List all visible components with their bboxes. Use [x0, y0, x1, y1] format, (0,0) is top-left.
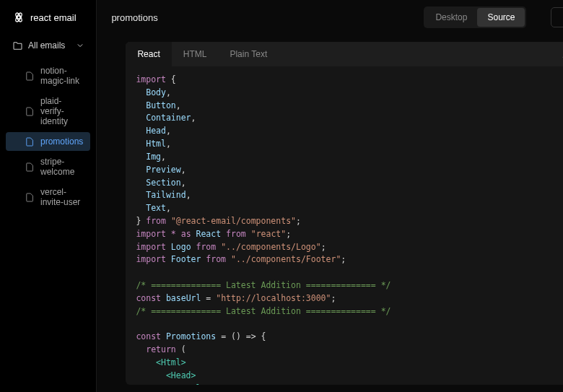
- all-emails-toggle[interactable]: All emails: [0, 35, 96, 56]
- sidebar-item-vercel-invite-user[interactable]: vercel-invite-user: [6, 183, 90, 212]
- file-icon: [26, 137, 34, 147]
- content: React HTML Plain Text import { Body, But…: [97, 35, 563, 392]
- view-tab-desktop[interactable]: Desktop: [425, 8, 477, 27]
- sidebar-item-promotions[interactable]: promotions: [6, 132, 90, 151]
- sidebar-item-label: promotions: [40, 136, 83, 147]
- code-editor[interactable]: import { Body, Button, Container, Head, …: [126, 66, 563, 385]
- view-toggle: Desktop Source: [424, 6, 526, 28]
- kw-import: import: [136, 74, 166, 84]
- sidebar-item-stripe-welcome[interactable]: stripe-welcome: [6, 152, 90, 181]
- file-icon: [26, 193, 34, 202]
- sidebar-item-label: vercel-invite-user: [40, 187, 83, 207]
- folder-icon: [13, 42, 22, 50]
- breadcrumb: promotions: [111, 12, 157, 23]
- topbar: promotions Desktop Source Send: [97, 0, 563, 35]
- send-button[interactable]: Send: [551, 7, 563, 27]
- panel-tab-html[interactable]: HTML: [172, 42, 219, 66]
- source-panel: React HTML Plain Text import { Body, But…: [126, 42, 563, 385]
- sidebar-item-label: stripe-welcome: [40, 157, 83, 177]
- sidebar-item-label: plaid-verify-identity: [40, 96, 83, 126]
- logo-icon: [13, 12, 25, 23]
- sidebar-item-notion-magic-link[interactable]: notion-magic-link: [6, 61, 90, 90]
- all-emails-label: All emails: [28, 40, 65, 51]
- file-icon: [26, 71, 34, 81]
- sidebar-item-plaid-verify-identity[interactable]: plaid-verify-identity: [6, 92, 90, 131]
- logo: react email: [0, 9, 96, 35]
- sidebar-list: notion-magic-link plaid-verify-identity …: [0, 61, 96, 212]
- file-icon: [26, 162, 34, 172]
- file-icon: [26, 107, 34, 116]
- chevron-down-icon: [77, 43, 83, 48]
- main: promotions Desktop Source Send React HTM…: [97, 0, 563, 392]
- svg-point-0: [17, 16, 20, 19]
- panel-tab-react[interactable]: React: [126, 42, 171, 66]
- sidebar: react email All emails notion-magic-link…: [0, 0, 97, 392]
- panel-tab-plaintext[interactable]: Plain Text: [218, 42, 279, 66]
- sidebar-item-label: notion-magic-link: [40, 66, 83, 86]
- panel-tabs: React HTML Plain Text: [126, 42, 563, 66]
- logo-text: react email: [30, 12, 77, 23]
- view-tab-source[interactable]: Source: [477, 8, 525, 27]
